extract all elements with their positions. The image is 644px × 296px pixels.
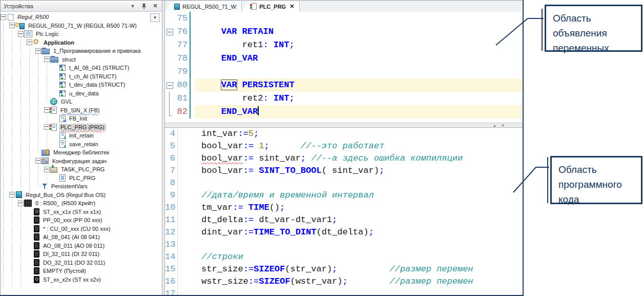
tree-item-regul_r500_71_w-regul-r500-71-w-[interactable]: REGUL_R500_71_W (REGUL R500 71-W) [1, 22, 162, 30]
code-editor[interactable]: 4int_var:=5;5bool_var:= 1; //--это работ… [165, 128, 523, 295]
splitter-down-arrow[interactable]: ▼ [501, 123, 505, 128]
tree-item--[interactable]: Конфигурация задач [1, 157, 162, 166]
code-line-9[interactable]: 9//дата/время и временной интервал [165, 189, 523, 202]
tree-item-application[interactable]: Application [1, 38, 162, 47]
tree-item-t_ai_08_041-struct-[interactable]: t_AI_08_041 (STRUCT) [1, 64, 162, 72]
expander-icon[interactable] [44, 165, 50, 174]
code-line-13[interactable]: 13 [165, 239, 523, 251]
tree-item-empty-[interactable]: EMPTY (Пустой) [1, 267, 162, 275]
tree-item-fb_sin_x-fb-[interactable]: FB_SIN_X (FB) [1, 106, 162, 115]
tree-item-struct[interactable]: struct [1, 55, 162, 64]
tree-item-task_plc_prg[interactable]: TASK_PLC_PRG [1, 165, 162, 174]
code-text: bool_var:= sint_var; //--а здесь ошибка … [175, 152, 523, 165]
code-text: VAR PERSISTENT [195, 78, 523, 92]
tree-indent [9, 157, 18, 166]
tree-item-label: Конфигурация задач [51, 157, 108, 165]
code-line-17[interactable]: 17 [165, 288, 523, 295]
code-line-15[interactable]: 15str_size:=SIZEOF(str_var); //размер пе… [165, 263, 523, 275]
expander-icon[interactable] [35, 47, 41, 55]
tree-item-st_xx_x1x-st-xx-x1x-[interactable]: ST_xx_x1x (ST xx x1x) [1, 208, 162, 216]
decl-line-75[interactable]: 75 [165, 12, 523, 25]
expander-icon[interactable] [18, 199, 24, 208]
tree-indent [9, 174, 18, 183]
fold-collapse-icon[interactable] [165, 25, 175, 38]
fold-collapse-icon[interactable] [165, 78, 175, 92]
tree-item-persistentvars[interactable]: PersistentVars [1, 182, 162, 191]
line-number: 15 [165, 263, 175, 275]
code-line-12[interactable]: 12dint_var:=TIME_TO_DINT(dt_delta); [165, 226, 523, 239]
tab-regul_r500_71_w[interactable]: REGUL_R500_71_W [165, 1, 242, 12]
expander-icon[interactable] [44, 123, 50, 132]
splitter-up-arrow[interactable]: ▲ [493, 123, 496, 128]
declaration-editor[interactable]: 7576 VAR RETAIN77 ret1: INT;78 END_VAR79… [165, 12, 523, 123]
decl-line-77[interactable]: 77 ret1: INT; [165, 38, 523, 52]
tree-item-regul_r500[interactable]: Regul_R500 [1, 13, 162, 22]
tree-item-u_dev_data[interactable]: u_dev_data [1, 89, 162, 98]
decl-line-78[interactable]: 78 END_VAR [165, 52, 523, 65]
icon-detail [61, 69, 63, 71]
code-line-4[interactable]: 4int_var:=5; [165, 128, 523, 140]
expander-icon[interactable] [9, 191, 15, 200]
tree-item-di_32_011-di-32-011-[interactable]: DI_32_011 (DI 32 011) [1, 250, 162, 259]
expander-icon[interactable] [44, 55, 50, 64]
tree-item-ao_08_011-ao-08-011-[interactable]: AO_08_011 (AO 08 011) [1, 242, 162, 250]
tree-item-plc_prg-prg-[interactable]: PLC_PRG (PRG) [1, 123, 162, 132]
expander-icon[interactable] [27, 38, 33, 47]
decl-line-76[interactable]: 76 VAR RETAIN [165, 25, 523, 38]
editor-splitter[interactable]: ▲ ▼ [165, 123, 523, 128]
tree-indent [1, 47, 9, 55]
tree-item-regul_bus_os-regul-bus-os-[interactable]: Regul_Bus_OS (Regul Bus OS) [1, 191, 162, 200]
tree-item-plc-logic[interactable]: Plc Logic [1, 30, 162, 38]
tree-item--cu_00_xxx-cu-00-xxx-[interactable]: * : CU_00_xxx (CU 00 xxx) [1, 225, 162, 233]
code-line-5[interactable]: 5bool_var:= 1; //--это работает [165, 140, 523, 152]
tree-item-ai_08_041-ai-08-041-[interactable]: AI_08_041 (AI 08 041) [1, 233, 162, 242]
tree-indent [1, 38, 9, 47]
pin-icon[interactable] [140, 3, 148, 10]
code-token: ( [290, 277, 295, 286]
code-token [200, 40, 242, 50]
tab-plc_prg[interactable]: PLC_PRG✕ [242, 1, 300, 12]
expander-icon[interactable] [18, 30, 24, 38]
tree-indent [18, 157, 27, 166]
tree-item-st_xx_x2x-st-xx-x2x-[interactable]: ST_xx_x2x (ST xx x2x) [1, 275, 162, 284]
tree-item-label: t_dev_data (STRUCT) [68, 81, 127, 88]
tree-indent [18, 275, 27, 284]
tree-item-pp_00_xxx-pp-00-xxx-[interactable]: PP_00_xxx (PP 00 xxx) [1, 216, 162, 225]
tree-indent [35, 106, 44, 115]
code-line-11[interactable]: 11dt_delta:= dt_var-dt_var1; [165, 214, 523, 226]
decl-line-80[interactable]: 80 VAR PERSISTENT [165, 78, 523, 92]
tree-item-plc_prg[interactable]: PLC_PRG [1, 174, 162, 183]
tab-label: PLC_PRG [259, 4, 286, 10]
tree-item-1_-[interactable]: 1_Программирование и привязка [1, 47, 162, 55]
tree-item-do_32_011-do-32-011-[interactable]: DO_32_011 (DO 32 011) [1, 259, 162, 267]
tree-item-gvl[interactable]: GVL [1, 97, 162, 106]
tab-close-icon[interactable]: ✕ [289, 3, 294, 10]
code-line-6[interactable]: 6bool_var:= sint_var; //--а здесь ошибка… [165, 152, 523, 165]
decl-line-82[interactable]: 82 END_VAR [165, 105, 523, 119]
tree-indent [1, 89, 9, 98]
code-line-7[interactable]: 7bool_var:= SINT_TO_BOOL( sint_var); [165, 165, 523, 177]
tree-item-label: AI_08_041 (AI 08 041) [41, 233, 101, 241]
code-token: //--а здесь ошибка компиляции [311, 153, 463, 163]
code-line-16[interactable]: 16wstr_size:=SIZEOF(wstr_var); //размер … [165, 275, 523, 288]
expander-icon[interactable] [44, 106, 50, 115]
tree-item-save_retain[interactable]: save_retain [1, 140, 162, 149]
tree-item--[interactable]: Менеджер библиотек [1, 148, 162, 157]
code-line-8[interactable]: 8 [165, 177, 523, 189]
code-token: := [243, 215, 254, 225]
tree-item-t_dev_data-struct-[interactable]: t_dev_data (STRUCT) [1, 81, 162, 89]
panel-dropdown-icon[interactable]: ▼ [129, 3, 136, 10]
decl-line-81[interactable]: 81 ret2: INT; [165, 92, 523, 105]
decl-line-79[interactable]: 79 [165, 65, 523, 78]
tree-indent [27, 148, 35, 157]
expander-icon[interactable] [1, 13, 7, 22]
code-line-14[interactable]: 14//строки [165, 251, 523, 263]
tree-item-fb_init[interactable]: FB_Init [1, 114, 162, 123]
tree-indent [1, 30, 9, 38]
code-line-10[interactable]: 10tm_var:= TIME(); [165, 202, 523, 214]
tree-item-0-r500_-r500-[interactable]: 0 : R500_ (R500 Крейт) [1, 199, 162, 208]
tree-item-t_ch_ai-struct-[interactable]: t_ch_AI (STRUCT) [1, 72, 162, 81]
tree-item-init_retain[interactable]: init_retain [1, 131, 162, 140]
panel-close-icon[interactable]: ✕ [152, 3, 159, 10]
expander-icon[interactable] [35, 157, 41, 166]
